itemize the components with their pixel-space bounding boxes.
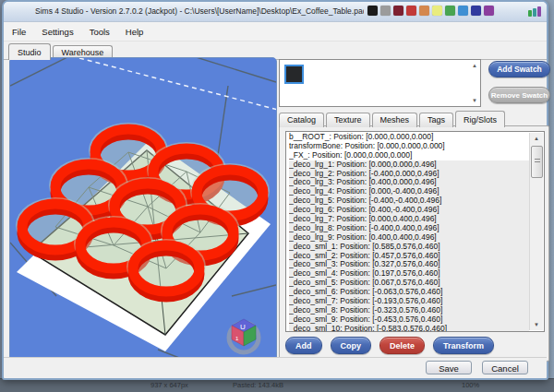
model-viewport[interactable]: U 1: [9, 57, 277, 363]
swatch-scroll-up-icon[interactable]: ▲: [472, 63, 477, 68]
scroll-up-icon[interactable]: ▲: [530, 133, 543, 144]
bg-dimensions-text: 937 x 647px: [151, 381, 188, 389]
add-button[interactable]: Add: [285, 337, 322, 354]
palette-icon-bar-0: [528, 10, 532, 17]
delete-button[interactable]: Delete: [379, 337, 425, 354]
menu-item-help[interactable]: Help: [126, 27, 144, 37]
screen: 937 x 647px Pasted: 143.4kB 100% Sims 4 …: [0, 0, 554, 392]
add-swatch-button[interactable]: Add Swatch: [488, 61, 550, 77]
viewport-scene: U 1: [10, 58, 276, 362]
rig-slots-panel: b__ROOT_: Position: [0.000,0.000,0.000]t…: [279, 125, 549, 362]
bg-pasted-text: Pasted: 143.4kB: [233, 381, 283, 389]
window-title: Sims 4 Studio - Version 2.7.0.2 (Jackpot…: [35, 6, 364, 16]
cancel-button[interactable]: Cancel: [482, 361, 528, 374]
menu-item-file[interactable]: File: [12, 27, 26, 37]
swatch-panel: ▲ ▼: [279, 59, 481, 107]
tab-studio[interactable]: Studio: [8, 43, 51, 60]
cube-top-label: U: [240, 323, 246, 331]
save-button[interactable]: Save: [426, 361, 472, 374]
tab-meshes[interactable]: Meshes: [372, 113, 418, 127]
tab-rig-slots[interactable]: Rig/Slots: [455, 111, 505, 127]
swatch-scroll-down-icon[interactable]: ▼: [472, 98, 477, 103]
transform-button[interactable]: Transform: [433, 337, 494, 354]
palette-color-6: [445, 6, 455, 16]
palette-color-4: [419, 6, 429, 16]
palette-app-icon: [528, 6, 541, 17]
slots-list: b__ROOT_: Position: [0.000,0.000,0.000]t…: [289, 133, 529, 331]
slot-row[interactable]: _deco_sml_10: Position: [-0.583,0.576,0.…: [289, 325, 529, 331]
resource-tab-strip: CatalogTextureMeshesTagsRig/Slots: [279, 109, 507, 126]
slots-listbox[interactable]: b__ROOT_: Position: [0.000,0.000,0.000]t…: [285, 131, 545, 332]
background-window-statusbar: 937 x 647px Pasted: 143.4kB 100%: [0, 378, 554, 392]
palette-icon-bar-1: [533, 8, 536, 17]
palette-icon-bar-2: [537, 6, 541, 17]
menu-bar: FileSettingsToolsHelp: [4, 22, 547, 42]
tab-tags[interactable]: Tags: [419, 113, 453, 127]
remove-swatch-button[interactable]: Remove Swatch: [488, 87, 550, 103]
palette-color-9: [484, 6, 494, 16]
copy-button[interactable]: Copy: [331, 337, 372, 354]
palette-color-7: [458, 6, 468, 16]
slot-action-buttons: AddCopyDeleteTransform: [285, 337, 494, 354]
tab-texture[interactable]: Texture: [326, 113, 370, 127]
sims4studio-window: Sims 4 Studio - Version 2.7.0.2 (Jackpot…: [2, 0, 548, 380]
menu-item-settings[interactable]: Settings: [42, 27, 73, 37]
footer-bar: Save Cancel: [4, 357, 547, 378]
palette-color-0: [367, 6, 378, 16]
bg-zoom-text: 100%: [462, 381, 479, 389]
swatch-item-selected[interactable]: [284, 65, 304, 84]
scroll-down-icon[interactable]: ▼: [530, 319, 543, 330]
palette-color-3: [406, 6, 416, 16]
tab-catalog[interactable]: Catalog: [279, 113, 324, 127]
list-scrollbar[interactable]: ▲ ▼: [529, 133, 543, 330]
palette-color-5: [432, 6, 442, 16]
palette-color-2: [393, 6, 403, 16]
scrollbar-thumb[interactable]: [531, 146, 543, 178]
title-bar[interactable]: Sims 4 Studio - Version 2.7.0.2 (Jackpot…: [4, 2, 547, 22]
menu-item-tools[interactable]: Tools: [90, 27, 110, 37]
color-palette-strip: [367, 6, 494, 16]
palette-color-1: [380, 6, 391, 16]
palette-color-8: [471, 6, 481, 16]
